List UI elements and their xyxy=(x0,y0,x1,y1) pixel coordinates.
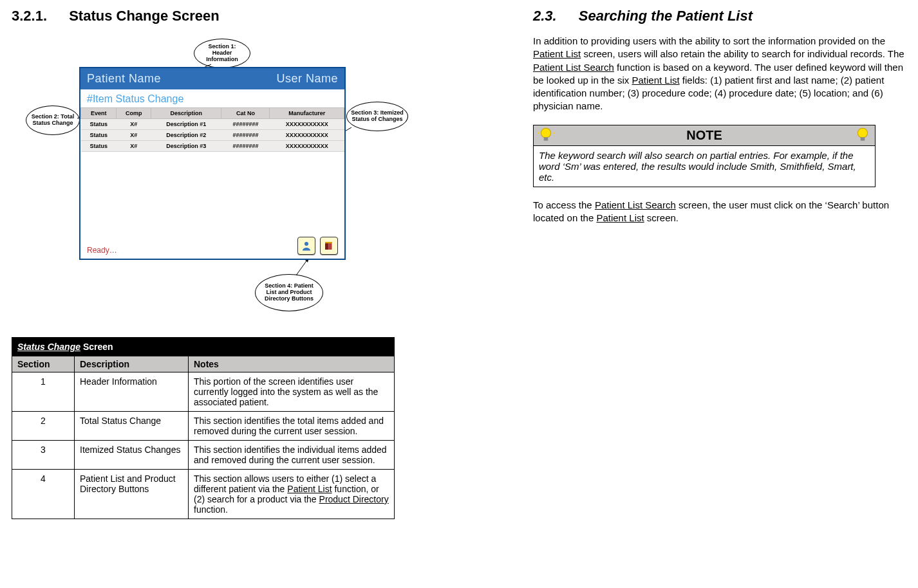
callout-section-3: Section 3: Itemized Status of Changes xyxy=(346,102,408,131)
table-row: 4 Patient List and Product Directory But… xyxy=(12,470,395,519)
mock-header-left: Patient Name xyxy=(87,72,161,86)
left-heading: 3.2.1. Status Change Screen xyxy=(12,8,398,24)
right-para-2: To access the Patient List Search screen… xyxy=(533,199,906,225)
grid-col-catno: Cat No xyxy=(221,108,270,119)
product-directory-icon[interactable] xyxy=(320,237,338,255)
grid-col-desc: Description xyxy=(151,108,221,119)
right-heading: 2.3. Searching the Patient List xyxy=(533,8,906,24)
mock-header-right: User Name xyxy=(276,72,338,86)
note-body: The keyword search will also search on p… xyxy=(534,146,875,187)
mock-panel: Patient Name User Name #Item Status Chan… xyxy=(79,67,346,260)
grid-row: Status X# Description #1 ######## XXXXXX… xyxy=(81,119,344,130)
note-box: NOTE The keyword search will also search… xyxy=(533,125,876,187)
right-para-1: In addition to providing users with the … xyxy=(533,35,906,113)
table-row: 2 Total Status Change This section ident… xyxy=(12,412,395,441)
svg-point-16 xyxy=(857,128,867,138)
right-heading-num: 2.3. xyxy=(533,8,557,24)
mock-diagram: Section 1: Header Information Section 2:… xyxy=(12,35,398,318)
grid-header-row: Event Comp Description Cat No Manufactur… xyxy=(81,108,344,119)
right-heading-text: Searching the Patient List xyxy=(579,8,753,24)
grid-col-mfr: Manufacturer xyxy=(270,108,344,119)
note-head: NOTE xyxy=(534,125,875,146)
mock-status-text: Ready… xyxy=(87,246,117,255)
mock-header-bar: Patient Name User Name xyxy=(80,68,344,89)
grid-row: Status X# Description #2 ######## XXXXXX… xyxy=(81,130,344,141)
desc-table-title: Status Change Screen xyxy=(12,338,395,356)
svg-point-12 xyxy=(541,128,550,138)
status-change-desc-table: Status Change Screen Section Description… xyxy=(12,337,395,519)
grid-col-comp: Comp xyxy=(117,108,151,119)
table-row: 3 Itemized Status Changes This section i… xyxy=(12,441,395,470)
lightbulb-icon xyxy=(854,127,871,143)
svg-point-8 xyxy=(304,242,308,246)
desc-table-head: Section Description Notes xyxy=(12,356,395,372)
mock-action-icons xyxy=(295,237,338,255)
lightbulb-icon xyxy=(538,127,554,143)
mock-subheader: #Item Status Change xyxy=(80,89,344,107)
mock-grid: Event Comp Description Cat No Manufactur… xyxy=(80,107,344,233)
grid-col-event: Event xyxy=(81,108,117,119)
svg-rect-13 xyxy=(544,137,548,140)
mock-status-bar: Ready… xyxy=(80,233,344,259)
svg-line-6 xyxy=(296,257,309,275)
grid-row: Status X# Description #3 ######## XXXXXX… xyxy=(81,141,344,152)
left-heading-text: Status Change Screen xyxy=(69,8,220,24)
callout-section-2: Section 2: Total Status Change xyxy=(26,106,80,135)
left-heading-num: 3.2.1. xyxy=(12,8,47,24)
callout-section-4: Section 4: Patient List and Product Dire… xyxy=(255,274,323,311)
table-row: 1 Header Information This portion of the… xyxy=(12,372,395,412)
svg-rect-17 xyxy=(861,137,865,140)
desc-row4-notes: This section allows users to either (1) … xyxy=(189,470,395,519)
callout-section-1: Section 1: Header Information xyxy=(194,39,250,68)
svg-rect-11 xyxy=(325,242,332,243)
patient-list-icon[interactable] xyxy=(297,237,315,255)
